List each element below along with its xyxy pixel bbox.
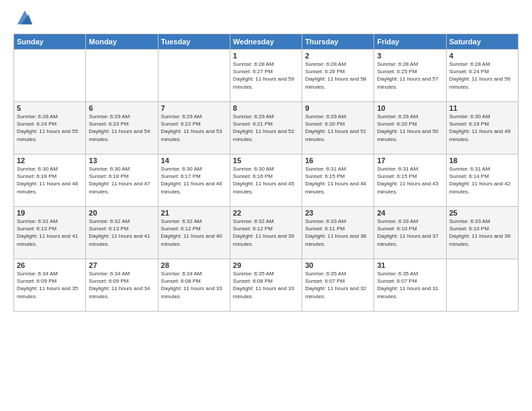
day-number: 27 <box>89 261 154 269</box>
calendar-cell: 14Sunrise: 6:30 AMSunset: 6:17 PMDayligh… <box>158 154 230 207</box>
day-number: 12 <box>17 156 83 165</box>
day-number: 23 <box>305 209 371 217</box>
day-info: Sunrise: 6:30 AMSunset: 6:18 PMDaylight:… <box>89 165 154 195</box>
day-info: Sunrise: 6:30 AMSunset: 6:16 PMDaylight:… <box>233 165 299 195</box>
day-number: 10 <box>377 104 443 112</box>
weekday-header-tuesday: Tuesday <box>158 34 230 50</box>
calendar-cell: 31Sunrise: 6:35 AMSunset: 6:07 PMDayligh… <box>374 259 446 312</box>
day-number: 15 <box>233 156 299 165</box>
day-number: 22 <box>233 209 299 217</box>
day-info: Sunrise: 6:35 AMSunset: 6:07 PMDaylight:… <box>305 270 371 300</box>
calendar-cell: 17Sunrise: 6:31 AMSunset: 6:15 PMDayligh… <box>374 154 446 207</box>
day-info: Sunrise: 6:30 AMSunset: 6:19 PMDaylight:… <box>449 113 515 143</box>
calendar-cell: 23Sunrise: 6:33 AMSunset: 6:11 PMDayligh… <box>302 207 374 259</box>
calendar-table: SundayMondayTuesdayWednesdayThursdayFrid… <box>13 34 519 312</box>
day-info: Sunrise: 6:29 AMSunset: 6:22 PMDaylight:… <box>161 113 227 143</box>
day-info: Sunrise: 6:31 AMSunset: 6:13 PMDaylight:… <box>17 218 83 248</box>
day-info: Sunrise: 6:34 AMSunset: 6:09 PMDaylight:… <box>17 270 83 300</box>
day-number: 28 <box>161 261 227 269</box>
day-info: Sunrise: 6:32 AMSunset: 6:13 PMDaylight:… <box>89 218 154 248</box>
calendar-cell: 9Sunrise: 6:29 AMSunset: 6:20 PMDaylight… <box>302 102 374 154</box>
day-number: 24 <box>377 209 443 217</box>
day-info: Sunrise: 6:29 AMSunset: 6:20 PMDaylight:… <box>305 113 371 143</box>
day-info: Sunrise: 6:29 AMSunset: 6:21 PMDaylight:… <box>233 113 299 143</box>
weekday-header-thursday: Thursday <box>302 34 374 50</box>
weekday-header-row: SundayMondayTuesdayWednesdayThursdayFrid… <box>14 34 519 50</box>
weekday-header-wednesday: Wednesday <box>230 34 302 50</box>
calendar-cell <box>14 50 86 102</box>
calendar-cell <box>86 50 158 102</box>
logo-icon <box>15 8 34 27</box>
day-number: 11 <box>449 104 515 112</box>
day-number: 29 <box>233 261 299 269</box>
day-number: 8 <box>233 104 299 112</box>
day-number: 17 <box>377 156 443 165</box>
weekday-header-saturday: Saturday <box>446 34 518 50</box>
day-info: Sunrise: 6:35 AMSunset: 6:08 PMDaylight:… <box>233 270 299 300</box>
day-info: Sunrise: 6:35 AMSunset: 6:07 PMDaylight:… <box>377 270 443 300</box>
day-info: Sunrise: 6:28 AMSunset: 6:27 PMDaylight:… <box>233 60 299 91</box>
day-number: 4 <box>449 52 515 60</box>
day-info: Sunrise: 6:33 AMSunset: 6:11 PMDaylight:… <box>305 218 371 248</box>
day-info: Sunrise: 6:31 AMSunset: 6:15 PMDaylight:… <box>377 165 443 195</box>
calendar-cell: 29Sunrise: 6:35 AMSunset: 6:08 PMDayligh… <box>230 259 302 312</box>
calendar-cell <box>446 259 518 312</box>
day-info: Sunrise: 6:32 AMSunset: 6:12 PMDaylight:… <box>233 218 299 248</box>
day-number: 13 <box>89 156 154 165</box>
calendar-cell: 24Sunrise: 6:33 AMSunset: 6:10 PMDayligh… <box>374 207 446 259</box>
header <box>13 11 519 27</box>
calendar-week-3: 12Sunrise: 6:30 AMSunset: 6:18 PMDayligh… <box>14 154 519 207</box>
day-number: 19 <box>17 209 83 217</box>
weekday-header-friday: Friday <box>374 34 446 50</box>
calendar-cell: 15Sunrise: 6:30 AMSunset: 6:16 PMDayligh… <box>230 154 302 207</box>
day-number: 30 <box>305 261 371 269</box>
day-info: Sunrise: 6:28 AMSunset: 6:24 PMDaylight:… <box>17 113 83 143</box>
day-info: Sunrise: 6:30 AMSunset: 6:17 PMDaylight:… <box>161 165 227 195</box>
day-info: Sunrise: 6:29 AMSunset: 6:20 PMDaylight:… <box>377 113 443 143</box>
weekday-header-monday: Monday <box>86 34 158 50</box>
day-number: 5 <box>17 104 83 112</box>
day-number: 9 <box>305 104 371 112</box>
weekday-header-sunday: Sunday <box>14 34 86 50</box>
day-info: Sunrise: 6:29 AMSunset: 6:23 PMDaylight:… <box>89 113 154 143</box>
calendar-cell: 28Sunrise: 6:34 AMSunset: 6:08 PMDayligh… <box>158 259 230 312</box>
day-number: 14 <box>161 156 227 165</box>
day-info: Sunrise: 6:33 AMSunset: 6:10 PMDaylight:… <box>449 218 515 248</box>
day-number: 31 <box>377 261 443 269</box>
calendar-cell: 19Sunrise: 6:31 AMSunset: 6:13 PMDayligh… <box>14 207 86 259</box>
calendar-cell: 25Sunrise: 6:33 AMSunset: 6:10 PMDayligh… <box>446 207 518 259</box>
day-number: 1 <box>233 52 299 60</box>
calendar-cell: 30Sunrise: 6:35 AMSunset: 6:07 PMDayligh… <box>302 259 374 312</box>
calendar-cell <box>158 50 230 102</box>
day-number: 7 <box>161 104 227 112</box>
calendar-cell: 22Sunrise: 6:32 AMSunset: 6:12 PMDayligh… <box>230 207 302 259</box>
calendar-week-2: 5Sunrise: 6:28 AMSunset: 6:24 PMDaylight… <box>14 102 519 154</box>
day-number: 25 <box>449 209 515 217</box>
calendar-cell: 5Sunrise: 6:28 AMSunset: 6:24 PMDaylight… <box>14 102 86 154</box>
day-number: 6 <box>89 104 154 112</box>
day-info: Sunrise: 6:31 AMSunset: 6:15 PMDaylight:… <box>305 165 371 195</box>
calendar-cell: 21Sunrise: 6:32 AMSunset: 6:12 PMDayligh… <box>158 207 230 259</box>
calendar-cell: 11Sunrise: 6:30 AMSunset: 6:19 PMDayligh… <box>446 102 518 154</box>
calendar-cell: 26Sunrise: 6:34 AMSunset: 6:09 PMDayligh… <box>14 259 86 312</box>
calendar-cell: 7Sunrise: 6:29 AMSunset: 6:22 PMDaylight… <box>158 102 230 154</box>
calendar-cell: 8Sunrise: 6:29 AMSunset: 6:21 PMDaylight… <box>230 102 302 154</box>
calendar-cell: 3Sunrise: 6:28 AMSunset: 6:25 PMDaylight… <box>374 50 446 102</box>
day-number: 20 <box>89 209 154 217</box>
calendar-cell: 6Sunrise: 6:29 AMSunset: 6:23 PMDaylight… <box>86 102 158 154</box>
day-info: Sunrise: 6:34 AMSunset: 6:09 PMDaylight:… <box>89 270 154 300</box>
day-number: 16 <box>305 156 371 165</box>
calendar-cell: 2Sunrise: 6:28 AMSunset: 6:26 PMDaylight… <box>302 50 374 102</box>
day-number: 21 <box>161 209 227 217</box>
day-info: Sunrise: 6:28 AMSunset: 6:25 PMDaylight:… <box>377 60 443 91</box>
calendar-week-4: 19Sunrise: 6:31 AMSunset: 6:13 PMDayligh… <box>14 207 519 259</box>
calendar-cell: 13Sunrise: 6:30 AMSunset: 6:18 PMDayligh… <box>86 154 158 207</box>
calendar-cell: 1Sunrise: 6:28 AMSunset: 6:27 PMDaylight… <box>230 50 302 102</box>
day-info: Sunrise: 6:34 AMSunset: 6:08 PMDaylight:… <box>161 270 227 300</box>
calendar-cell: 10Sunrise: 6:29 AMSunset: 6:20 PMDayligh… <box>374 102 446 154</box>
calendar-cell: 16Sunrise: 6:31 AMSunset: 6:15 PMDayligh… <box>302 154 374 207</box>
logo <box>13 11 34 27</box>
day-info: Sunrise: 6:32 AMSunset: 6:12 PMDaylight:… <box>161 218 227 248</box>
day-number: 2 <box>305 52 371 60</box>
day-number: 26 <box>17 261 83 269</box>
